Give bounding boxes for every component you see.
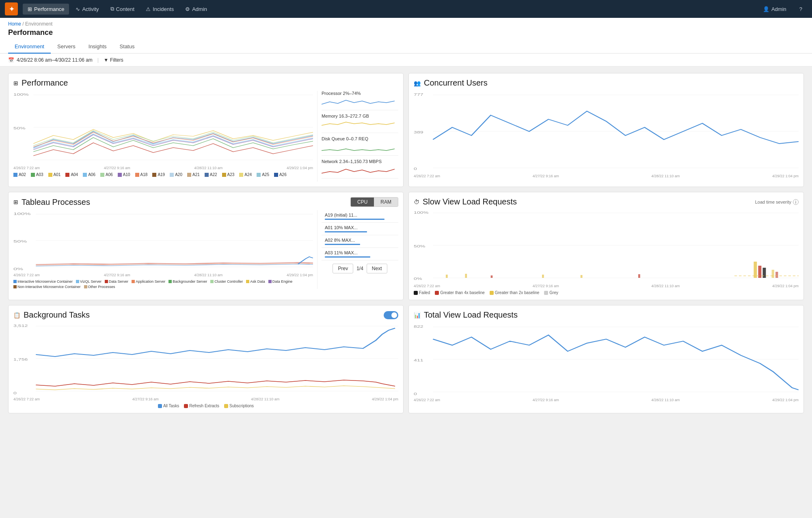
legend-refresh-extracts: Refresh Extracts <box>184 404 219 408</box>
total-view-x-labels: 4/26/22 7:22 am 4/27/22 9:16 am 4/28/22 … <box>414 398 799 402</box>
performance-nav-icon: ⊞ <box>28 6 32 12</box>
page-info: 1/4 <box>356 266 363 271</box>
svg-text:3,512: 3,512 <box>13 324 28 328</box>
legend-failed: Failed <box>414 290 430 295</box>
server-list-panel: A19 (Initial) 11... A01 10% MAX... A02 8… <box>317 210 398 289</box>
slow-view-chart: 100% 50% 0% <box>414 209 799 295</box>
svg-text:0%: 0% <box>414 277 422 281</box>
background-tasks-legend: All Tasks Refresh Extracts Subscriptions <box>13 404 398 408</box>
concurrent-users-chart: 777 389 0 4/26/22 7:22 am 4/27/22 9:16 a… <box>414 91 799 178</box>
nav-activity[interactable]: ∿ Activity <box>71 4 104 15</box>
calendar-icon: 📅 <box>8 57 14 63</box>
tab-insights[interactable]: Insights <box>82 40 113 54</box>
server-bar-3 <box>325 256 370 258</box>
tabs: Environment Servers Insights Status <box>8 40 804 53</box>
server-item-1: A01 10% MAX... <box>322 223 398 235</box>
performance-x-labels: 4/26/22 7:22 am 4/27/22 9:16 am 4/28/22 … <box>13 166 313 170</box>
concurrent-x-labels: 4/26/22 7:22 am 4/27/22 9:16 am 4/28/22 … <box>414 174 799 178</box>
breadcrumb: Home / Environment <box>8 21 804 27</box>
svg-rect-33 <box>775 272 778 278</box>
svg-text:411: 411 <box>414 358 423 363</box>
nav-admin[interactable]: ⚙ Admin <box>180 4 212 15</box>
background-tasks-card: 📋 Background Tasks 3,512 1,756 0 <box>8 305 404 413</box>
cpu-button[interactable]: CPU <box>351 198 374 206</box>
background-tasks-toggle[interactable] <box>384 311 398 319</box>
svg-text:1,756: 1,756 <box>13 357 28 362</box>
svg-text:777: 777 <box>414 92 423 97</box>
filter-icon: ▼ <box>104 57 108 63</box>
slow-view-icon: ⏱ <box>414 199 419 205</box>
nav-help[interactable]: ? <box>795 4 807 15</box>
server-item-2: A02 8% MAX... <box>322 235 398 248</box>
performance-card-title: ⊞ Performance <box>13 78 398 88</box>
tableau-processes-header: ⊞ Tableau Processes CPU RAM <box>13 197 398 207</box>
tab-status[interactable]: Status <box>113 40 141 54</box>
processes-x-labels: 4/26/22 7:22 am 4/27/22 9:16 am 4/28/22 … <box>13 273 313 277</box>
breadcrumb-home[interactable]: Home <box>8 21 21 27</box>
svg-rect-24 <box>465 274 467 278</box>
server-item-3: A03 11% MAX... <box>322 248 398 260</box>
page-title: Performance <box>8 28 804 37</box>
processes-legend: Interactive Microservice Container VizQL… <box>13 279 313 289</box>
nav-performance[interactable]: ⊞ Performance <box>23 4 69 15</box>
nav-content[interactable]: ⧉ Content <box>106 3 140 15</box>
svg-rect-31 <box>763 268 766 278</box>
total-view-title: 📊 Total View Load Requests <box>414 310 799 320</box>
row-1: ⊞ Performance 100% 50% <box>8 73 804 187</box>
server-bar-0 <box>325 219 384 220</box>
background-tasks-icon: 📋 <box>13 312 20 318</box>
svg-text:100%: 100% <box>13 92 29 97</box>
pagination: Prev 1/4 Next <box>322 264 398 273</box>
metric-disk: Disk Queue 0–0.7 REQ <box>322 136 398 156</box>
svg-rect-25 <box>491 275 493 278</box>
legend-all-tasks: All Tasks <box>158 404 179 408</box>
svg-text:50%: 50% <box>13 239 27 243</box>
processes-chart: 100% 50% 0% 4/26/22 7:22 <box>13 210 313 289</box>
total-view-card: 📊 Total View Load Requests 822 411 0 4/2… <box>408 305 804 413</box>
svg-rect-27 <box>581 275 583 278</box>
legend-grey: Grey <box>544 290 558 295</box>
performance-legend: A02 A03 A01 A04 A06 A06 A10 A18 A19 A20 … <box>13 172 313 177</box>
performance-card: ⊞ Performance 100% 50% <box>8 73 404 187</box>
prev-button[interactable]: Prev <box>333 264 353 273</box>
metric-processor: Processor 2%–74% <box>322 91 398 110</box>
next-button[interactable]: Next <box>367 264 387 273</box>
help-icon: ? <box>799 6 802 12</box>
legend-2x: Greater than 2x baseline <box>490 290 540 295</box>
info-icon: i <box>793 199 799 205</box>
svg-text:100%: 100% <box>13 212 31 216</box>
legend-subscriptions: Subscriptions <box>224 404 254 408</box>
total-view-chart: 822 411 0 4/26/22 7:22 am 4/27/22 9:16 a… <box>414 323 799 402</box>
ram-button[interactable]: RAM <box>374 198 398 206</box>
nav-admin-user[interactable]: 👤 Admin <box>758 4 791 15</box>
svg-rect-28 <box>638 274 640 278</box>
background-tasks-chart: 3,512 1,756 0 4/26/22 7:22 am 4/27/22 9:… <box>13 322 398 408</box>
performance-metrics: Processor 2%–74% Memory 16.3–272.7 GB Di… <box>317 91 398 182</box>
tableau-processes-title: ⊞ Tableau Processes <box>13 198 90 207</box>
svg-rect-32 <box>772 270 774 278</box>
tab-servers[interactable]: Servers <box>51 40 82 54</box>
filters-button[interactable]: ▼ Filters <box>104 57 123 63</box>
nav-incidents[interactable]: ⚠ Incidents <box>141 4 179 15</box>
concurrent-users-icon: 👥 <box>414 80 421 86</box>
content-nav-icon: ⧉ <box>110 6 114 12</box>
activity-nav-icon: ∿ <box>76 6 80 12</box>
metric-memory: Memory 16.3–272.7 GB <box>322 114 398 133</box>
toolbar: 📅 4/26/22 8:06 am–4/30/22 11:06 am | ▼ F… <box>0 54 812 67</box>
total-view-icon: 📊 <box>414 312 421 318</box>
concurrent-users-card: 👥 Concurrent Users 777 389 0 4/26/22 7:2… <box>408 73 804 187</box>
admin-nav-icon: ⚙ <box>185 6 190 12</box>
svg-text:0: 0 <box>414 392 417 396</box>
background-x-labels: 4/26/22 7:22 am 4/27/22 9:16 am 4/28/22 … <box>13 397 398 401</box>
tab-environment[interactable]: Environment <box>8 40 51 54</box>
slow-view-title: ⏱ Slow View Load Requests <box>414 197 517 206</box>
slow-view-legend: Failed Greater than 4x baseline Greater … <box>414 290 799 295</box>
incidents-nav-icon: ⚠ <box>146 6 151 12</box>
server-bar-1 <box>325 231 367 232</box>
performance-card-icon: ⊞ <box>13 80 18 86</box>
svg-rect-23 <box>446 275 448 278</box>
svg-rect-26 <box>542 275 544 278</box>
cpu-ram-toggle: CPU RAM <box>350 197 398 207</box>
tableau-processes-body: 100% 50% 0% 4/26/22 7:22 <box>13 210 398 289</box>
row-2: ⊞ Tableau Processes CPU RAM 100% 50% 0% <box>8 192 804 300</box>
